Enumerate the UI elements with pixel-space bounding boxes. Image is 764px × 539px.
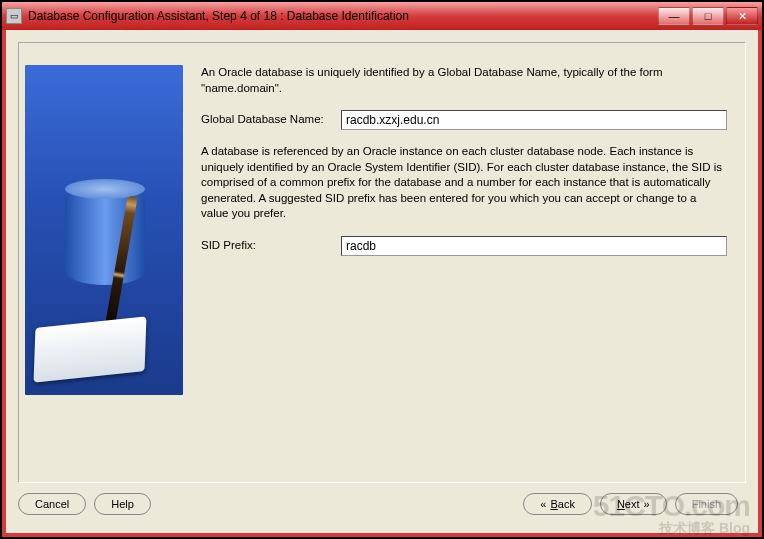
window-title: Database Configuration Assistant, Step 4… (28, 9, 658, 23)
chevron-right-icon: » (644, 498, 650, 510)
sid-description: A database is referenced by an Oracle in… (201, 144, 727, 222)
gdn-row: Global Database Name: (201, 110, 727, 130)
gdn-label: Global Database Name: (201, 112, 341, 128)
cancel-button[interactable]: Cancel (18, 493, 86, 515)
titlebar: ▭ Database Configuration Assistant, Step… (2, 2, 762, 30)
form-area: An Oracle database is uniquely identifie… (197, 43, 745, 482)
app-icon: ▭ (6, 8, 22, 24)
maximize-button[interactable]: □ (692, 7, 724, 25)
window-controls: — □ ✕ (658, 7, 758, 25)
chevron-left-icon: « (540, 498, 546, 510)
wizard-image (25, 65, 183, 395)
sid-prefix-input[interactable] (341, 236, 727, 256)
window-frame: An Oracle database is uniquely identifie… (2, 30, 762, 537)
button-bar: Cancel Help «Back Next» Finish (18, 487, 746, 521)
watermark-line2: 技术博客 Blog (593, 521, 750, 535)
content-panel: An Oracle database is uniquely identifie… (18, 42, 746, 483)
back-button[interactable]: «Back (523, 493, 592, 515)
tag-icon (34, 316, 147, 382)
sid-label: SID Prefix: (201, 238, 341, 254)
help-button[interactable]: Help (94, 493, 151, 515)
sid-row: SID Prefix: (201, 236, 727, 256)
global-database-name-input[interactable] (341, 110, 727, 130)
close-button[interactable]: ✕ (726, 7, 758, 25)
minimize-button[interactable]: — (658, 7, 690, 25)
finish-button: Finish (675, 493, 738, 515)
next-button[interactable]: Next» (600, 493, 667, 515)
intro-text: An Oracle database is uniquely identifie… (201, 65, 727, 96)
